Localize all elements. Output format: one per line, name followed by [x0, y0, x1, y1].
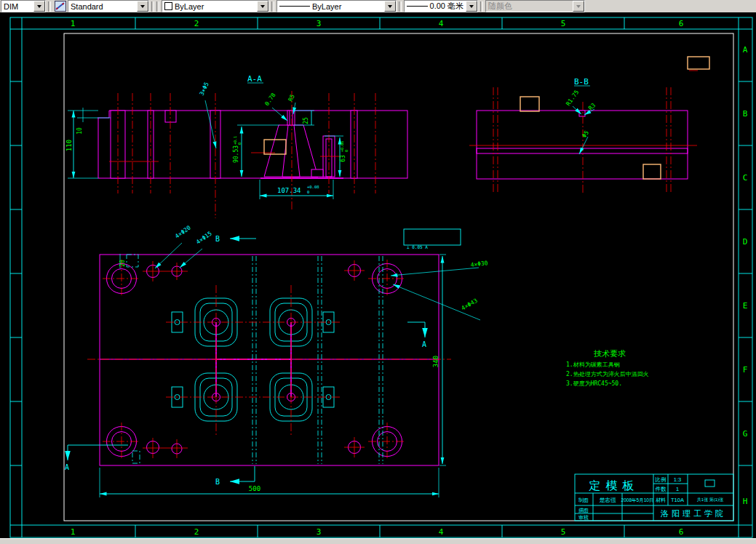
- drawn-date: 2008年5月10日: [621, 497, 654, 503]
- zone-col-label: 3: [317, 527, 322, 537]
- qty-label: 件数: [656, 486, 667, 492]
- dim-style-icon[interactable]: [55, 1, 66, 12]
- zone-row-label: H: [743, 497, 748, 506]
- lineweight-combo[interactable]: 0.00 毫米: [404, 0, 478, 12]
- zone-col-label: 5: [561, 19, 566, 28]
- toolbar-separator: [151, 1, 154, 12]
- zone-col-label: 6: [679, 19, 684, 28]
- part-name: 定模板: [589, 479, 640, 492]
- zone-col-label: 2: [194, 527, 199, 537]
- scale-value: 1:3: [674, 476, 681, 483]
- dim-20: 20: [119, 260, 126, 267]
- dim-layer-combo[interactable]: DIM: [1, 0, 46, 12]
- check-label: 审核: [578, 515, 589, 521]
- centerlines: [469, 87, 697, 193]
- qty-value: 1: [676, 486, 679, 492]
- zone-row-label: E: [743, 301, 748, 311]
- tech-requirements: 技术要求 1.材料为碳素工具钢 2.热处理方式为淬火后中温回火 3.硬度为HRC…: [566, 349, 649, 387]
- top-toolbar: DIM Standard ByLayer ByLayer 0.00 毫米 随颜色: [0, 0, 756, 13]
- dim-style-value: Standard: [71, 2, 103, 11]
- section-bb-label: B-B: [574, 77, 589, 87]
- tolerance-frame-note: ⊥ 0.05 A: [407, 244, 428, 249]
- tech-req-title: 技术要求: [594, 349, 626, 359]
- plotstyle-combo: 随颜色: [485, 0, 585, 12]
- lineweight-value: 0.00 毫米: [430, 1, 463, 11]
- color-value: ByLayer: [175, 2, 204, 11]
- revision-box-top: [688, 57, 709, 71]
- dim-10734: 107.34: [277, 187, 301, 194]
- dim-4xd30: 4×Φ30: [470, 260, 488, 268]
- dim-r5: R5: [287, 93, 296, 103]
- dim-25: 25: [303, 117, 309, 124]
- toolbar-separator: [48, 1, 51, 12]
- zone-row-label: A: [743, 45, 748, 55]
- zone-col-label: 5: [561, 527, 566, 537]
- sprue-bush: [260, 111, 343, 178]
- tech-req-line1: 1.材料为碳素工具钢: [566, 361, 620, 368]
- zone-row-label: D: [743, 237, 748, 247]
- zone-row-label: C: [743, 173, 748, 183]
- dim-9053: 90.53: [233, 145, 239, 163]
- section-aa-view: A-A: [65, 74, 407, 218]
- sheet-info: 共1张 第(1)张: [697, 497, 723, 503]
- material-value: T10A: [671, 497, 684, 503]
- toolbar-separator: [480, 1, 483, 12]
- school-name: 洛阳理工学院: [660, 509, 726, 518]
- zone-numbers-bottom: 1 2 3 4 5 6: [71, 527, 684, 537]
- linetype-combo[interactable]: ByLayer: [276, 0, 397, 12]
- revision-box: [643, 164, 661, 179]
- linetype-arrow-icon[interactable]: [384, 1, 396, 12]
- dim-078: 0.78: [263, 92, 277, 107]
- zone-letters-right: A B C D E F G H: [743, 45, 748, 506]
- dim-9053-tol-low: 0: [237, 143, 242, 145]
- dim-combo-value: DIM: [4, 2, 18, 11]
- drawn-label: 制图: [578, 497, 589, 503]
- section-arrow-b-top: B: [215, 235, 220, 243]
- dim-340: 340: [432, 356, 439, 367]
- dim-r175: R1.75: [565, 89, 580, 107]
- zone-col-label: 1: [71, 527, 76, 537]
- command-strip[interactable]: [0, 538, 756, 544]
- color-arrow-icon[interactable]: [257, 1, 268, 12]
- section-arrow-b-bottom: B: [215, 478, 220, 486]
- dim-3xd5: 3×Φ5: [199, 81, 210, 96]
- dim-4xd43: 4×Φ43: [461, 297, 480, 312]
- runner-channels: [100, 322, 439, 397]
- zone-row-label: G: [743, 429, 748, 439]
- bb-dimensions: R1.75 R3 Φ5: [565, 89, 597, 154]
- tech-req-line2: 2.热处理方式为淬火后中温回火: [566, 371, 649, 377]
- dim-style-combo[interactable]: Standard: [68, 0, 149, 12]
- section-arrow-a-left: A: [65, 463, 69, 471]
- zone-col-label: 4: [439, 19, 444, 28]
- zone-col-label: 4: [439, 527, 444, 537]
- lineweight-arrow-icon[interactable]: [466, 1, 477, 12]
- tolerance-frame: ⊥ 0.05 A: [404, 229, 461, 249]
- section-aa-label: A-A: [247, 74, 262, 84]
- toolbar-separator: [271, 1, 274, 12]
- dim-combo-arrow-icon[interactable]: [33, 1, 45, 12]
- scale-label: 比例: [656, 476, 667, 483]
- drawing-canvas[interactable]: 1 2 3 4 5 6 1 2 3 4 5 6 A B C D E F G H …: [0, 12, 756, 538]
- color-combo[interactable]: ByLayer: [162, 0, 269, 12]
- zone-numbers-top: 1 2 3 4 5 6: [71, 19, 684, 28]
- toolbar-separator: [399, 1, 402, 12]
- toolbar-separator: [156, 1, 159, 12]
- dim-63: 63: [340, 155, 346, 162]
- dim-10734-tol-low: 0: [307, 190, 309, 194]
- inner-frame: [64, 33, 733, 521]
- linetype-glyph-icon: [279, 6, 310, 7]
- zone-row-label: F: [743, 365, 748, 375]
- drawn-name: 楚志强: [600, 497, 616, 503]
- section-arrow-a-right: A: [422, 340, 426, 348]
- zone-col-label: 2: [194, 19, 199, 28]
- section-bb-view: B-B R1.75 R3 Φ5: [469, 77, 697, 193]
- material-label: 材料: [656, 497, 666, 503]
- color-swatch-icon: [164, 2, 172, 10]
- dim-r3: R3: [587, 102, 597, 111]
- trace-label: 描图: [578, 508, 589, 513]
- dim-10: 10: [76, 127, 83, 135]
- dim-style-arrow-icon[interactable]: [137, 1, 148, 12]
- dim-4xd20: 4×Φ20: [174, 224, 192, 239]
- dim-4xd15: 4×Φ15: [195, 230, 213, 245]
- zone-col-label: 6: [679, 527, 684, 537]
